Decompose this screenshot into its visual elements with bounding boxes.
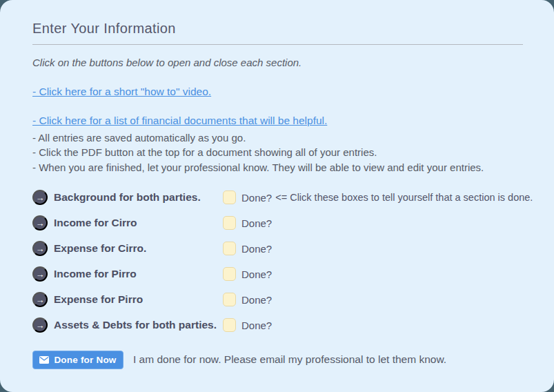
- arrow-right-icon: →: [36, 270, 45, 279]
- envelope-icon: [39, 356, 49, 364]
- expand-arrow-icon[interactable]: →: [32, 215, 48, 231]
- done-group: Done?: [223, 318, 272, 332]
- done-checkbox[interactable]: [223, 293, 236, 306]
- expand-arrow-icon[interactable]: →: [32, 292, 48, 307]
- expand-arrow-icon[interactable]: →: [32, 266, 48, 282]
- note-autosave: - All entries are saved automatically as…: [32, 130, 522, 145]
- section-row-assets-debts: → Assets & Debts for both parties. Done?: [32, 313, 522, 338]
- section-label: Expense for Pirro: [54, 293, 143, 306]
- done-label: Done?: [241, 294, 272, 306]
- done-label: Done?: [241, 217, 272, 229]
- note-pdf-button: - Click the PDF button at the top for a …: [32, 145, 522, 159]
- done-group: Done?: [223, 242, 272, 255]
- financial-documents-link[interactable]: - Click here for a list of financial doc…: [32, 115, 327, 127]
- section-rows: → Background for both parties. Done? <= …: [32, 185, 522, 338]
- footer: Done for Now I am done for now. Please e…: [32, 351, 522, 369]
- done-for-now-button[interactable]: Done for Now: [32, 351, 123, 369]
- section-label: Assets & Debts for both parties.: [54, 319, 217, 331]
- done-hint: <= Click these boxes to tell yourself th…: [275, 192, 533, 203]
- title-divider: [32, 44, 523, 45]
- page-title: Enter Your Information: [32, 21, 522, 37]
- section-label: Income for Pirro: [54, 268, 137, 280]
- done-group: Done?: [223, 293, 272, 306]
- done-group: Done? <= Click these boxes to tell yours…: [223, 190, 533, 204]
- done-label: Done?: [241, 320, 272, 331]
- done-for-now-label: Done for Now: [54, 355, 116, 365]
- arrow-right-icon: →: [36, 295, 45, 304]
- done-checkbox[interactable]: [223, 190, 236, 204]
- expand-arrow-icon[interactable]: →: [32, 241, 48, 256]
- section-row-background: → Background for both parties. Done? <= …: [32, 185, 522, 210]
- section-row-expense-pirro: → Expense for Pirro Done?: [32, 287, 522, 313]
- done-label: Done?: [241, 268, 272, 280]
- arrow-right-icon: →: [36, 244, 45, 253]
- intro-instructions: Click on the buttons below to open and c…: [32, 56, 522, 70]
- section-label: Expense for Cirro.: [54, 242, 146, 255]
- done-group: Done?: [223, 267, 272, 281]
- section-label: Income for Cirro: [54, 217, 137, 229]
- expand-arrow-icon[interactable]: →: [32, 190, 48, 205]
- how-to-video-link[interactable]: - Click here for a short "how to" video.: [32, 86, 211, 98]
- arrow-right-icon: →: [36, 321, 45, 330]
- done-checkbox[interactable]: [223, 216, 236, 230]
- section-row-expense-cirro: → Expense for Cirro. Done?: [32, 236, 522, 262]
- enter-information-card: Enter Your Information Click on the butt…: [0, 0, 554, 392]
- done-checkbox[interactable]: [223, 242, 236, 255]
- section-label: Background for both parties.: [54, 191, 201, 204]
- done-checkbox[interactable]: [223, 318, 236, 332]
- arrow-right-icon: →: [36, 193, 45, 202]
- expand-arrow-icon[interactable]: →: [32, 317, 48, 333]
- footer-message: I am done for now. Please email my profe…: [133, 353, 446, 366]
- done-label: Done?: [241, 192, 272, 204]
- done-group: Done?: [223, 216, 272, 230]
- section-row-income-pirro: → Income for Pirro Done?: [32, 262, 522, 287]
- arrow-right-icon: →: [36, 219, 45, 228]
- done-checkbox[interactable]: [223, 267, 236, 281]
- section-row-income-cirro: → Income for Cirro Done?: [32, 210, 522, 236]
- note-finished: - When you are finished, let your profes…: [32, 160, 522, 175]
- done-label: Done?: [241, 243, 272, 255]
- notes-list: - All entries are saved automatically as…: [32, 130, 522, 175]
